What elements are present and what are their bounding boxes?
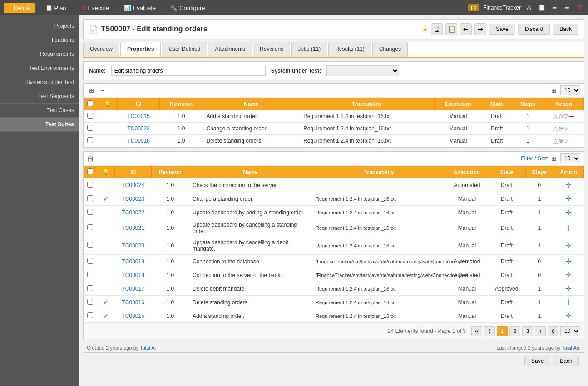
lower-row-checkbox-3[interactable] (84, 219, 97, 237)
tab-revisions[interactable]: Revisions (253, 42, 290, 57)
nav-evaluate[interactable]: 📊 Evaluate (120, 3, 160, 13)
nav-back-icon[interactable]: ⬅ (460, 23, 472, 35)
upper-per-page-select[interactable]: 102550 (560, 85, 580, 95)
lower-row-add-1[interactable]: ✛ (565, 195, 571, 203)
upper-row-down-1[interactable]: ▽ (564, 125, 568, 132)
lower-columns-icon[interactable]: ⊞ (549, 154, 558, 163)
tab-attachments[interactable]: Attachments (208, 42, 252, 57)
nav-execute[interactable]: ⚙ Execute (77, 3, 113, 13)
copy-page-icon[interactable]: 📋 (445, 23, 457, 35)
lower-select-all[interactable] (87, 168, 93, 174)
tab-properties[interactable]: Properties (120, 42, 161, 57)
nav-define[interactable]: ◆ Define (4, 3, 35, 13)
lower-row-add-3[interactable]: ✛ (565, 224, 571, 232)
page-next-btn[interactable]: ⟩ (535, 326, 546, 336)
lower-row-traceability-5: /FinanceTracker/src/test/java/de/sabrina… (312, 255, 446, 268)
upper-row-up-2[interactable]: △ (553, 138, 558, 144)
pagination-per-page[interactable]: 102550 (560, 326, 580, 336)
sidebar-item-test-cases[interactable]: Test Cases (0, 104, 79, 118)
nav-configure[interactable]: 🔧 Configure (167, 3, 208, 13)
page-2-btn[interactable]: 2 (509, 326, 520, 336)
sut-select[interactable] (326, 65, 399, 76)
upper-row-checkbox-1[interactable] (84, 123, 97, 135)
lower-row-traceability-4: Requirement 1.2.4 in testplan_16.txt (312, 237, 446, 255)
created-by-link[interactable]: Talal Arif (140, 345, 159, 351)
upper-row-up-0[interactable]: △ (553, 113, 558, 119)
sidebar-item-projects[interactable]: Projects (0, 19, 79, 33)
sidebar-item-test-segments[interactable]: Test Segments (0, 89, 79, 104)
upper-row-down-0[interactable]: ▽ (564, 113, 568, 119)
sidebar-item-iterations[interactable]: Iterations (0, 33, 79, 47)
nav-plan[interactable]: 📋 Plan (42, 3, 70, 13)
upper-select-all[interactable] (87, 100, 93, 106)
upper-columns-icon[interactable]: ⊞ (549, 86, 558, 95)
upper-row-checkbox-0[interactable] (84, 110, 97, 123)
upper-row-bulb-1 (97, 123, 118, 135)
lower-row-checkbox-4[interactable] (84, 237, 97, 255)
page-prev-btn[interactable]: ⟨ (484, 326, 495, 336)
lower-row-checkbox-8[interactable] (84, 296, 97, 309)
upper-row-remove-2[interactable]: — (569, 138, 574, 144)
lower-row-checkbox-0[interactable] (84, 178, 97, 192)
sidebar-item-test-suites[interactable]: Test Suites (0, 118, 79, 132)
upper-row-remove-1[interactable]: — (569, 125, 574, 132)
upper-col-bulb: 💡 (97, 98, 118, 110)
lower-row-checkbox-9[interactable] (84, 309, 97, 323)
sidebar-item-systems-under-test[interactable]: Systems under Test (0, 75, 79, 89)
document-icon[interactable]: 📄 (537, 3, 546, 12)
lower-row-checkbox-1[interactable] (84, 192, 97, 206)
save-button[interactable]: Save (489, 24, 515, 35)
add-relation-icon[interactable]: ⊞ (87, 86, 96, 95)
lower-row-add-5[interactable]: ✛ (565, 257, 571, 265)
bottom-back-button[interactable]: Back (553, 356, 579, 366)
print-icon[interactable]: 🖨 (524, 3, 534, 12)
name-input[interactable] (111, 66, 266, 76)
upper-row-action-0: △ ⊜ ▽ — (544, 110, 584, 123)
page-3-btn[interactable]: 3 (522, 326, 533, 336)
arrow-right-icon[interactable]: ➡ (563, 3, 572, 12)
lower-row-add-7[interactable]: ✛ (565, 285, 571, 292)
page-first-btn[interactable]: ⟨⟨ (471, 326, 482, 336)
page-1-btn[interactable]: 1 (497, 326, 508, 336)
lower-row-checkbox-5[interactable] (84, 255, 97, 268)
discard-button[interactable]: Discard (518, 24, 550, 35)
bottom-save-button[interactable]: Save (524, 356, 550, 366)
lower-add-icon[interactable]: ⊞ (87, 154, 93, 163)
tab-changes[interactable]: Changes (372, 42, 408, 57)
lower-row-checkbox-2[interactable] (84, 206, 97, 219)
upper-row-checkbox-2[interactable] (84, 135, 97, 147)
upper-col-state: State (482, 98, 512, 110)
help-icon[interactable]: ❓ (575, 3, 584, 12)
lower-row-add-4[interactable]: ✛ (565, 242, 571, 250)
bottom-actions: Save Back (524, 356, 579, 366)
upper-row-eq-2[interactable]: ⊜ (558, 138, 563, 144)
upper-row-eq-0[interactable]: ⊜ (558, 113, 563, 119)
tab-user-defined[interactable]: User Defined (162, 42, 207, 57)
lower-row-add-8[interactable]: ✛ (565, 298, 571, 306)
sidebar-item-requirements[interactable]: Requirements (0, 47, 79, 61)
lower-per-page-select[interactable]: 102550 (560, 153, 580, 163)
upper-row-remove-0[interactable]: — (569, 113, 574, 119)
upper-row-eq-1[interactable]: ⊜ (558, 125, 563, 132)
upper-row-down-2[interactable]: ▽ (564, 138, 568, 144)
page-last-btn[interactable]: ⟩⟩ (548, 326, 558, 336)
back-button[interactable]: Back (553, 24, 578, 35)
changed-by-link[interactable]: Talal Arif (562, 345, 581, 351)
lower-row-execution-1: Manual (446, 192, 488, 206)
tab-jobs[interactable]: Jobs (11) (291, 42, 327, 57)
filter-sort-link[interactable]: Filter / Sort (521, 155, 548, 162)
nav-forward-icon[interactable]: ➡ (474, 23, 486, 35)
arrow-left-icon[interactable]: ⬅ (550, 3, 559, 12)
lower-row-checkbox-6[interactable] (84, 268, 97, 282)
sidebar-item-test-environments[interactable]: Test Environments (0, 61, 79, 75)
remove-relation-icon[interactable]: − (98, 86, 107, 95)
tab-overview[interactable]: Overview (83, 42, 119, 57)
lower-row-add-6[interactable]: ✛ (565, 271, 571, 279)
lower-row-add-9[interactable]: ✛ (565, 312, 571, 320)
lower-row-add-0[interactable]: ✛ (565, 181, 571, 189)
print-page-icon[interactable]: 🖨 (431, 23, 443, 35)
lower-row-checkbox-7[interactable] (84, 282, 97, 296)
tab-results[interactable]: Results (11) (328, 42, 371, 57)
upper-row-up-1[interactable]: △ (553, 125, 558, 132)
lower-row-add-2[interactable]: ✛ (565, 208, 571, 216)
